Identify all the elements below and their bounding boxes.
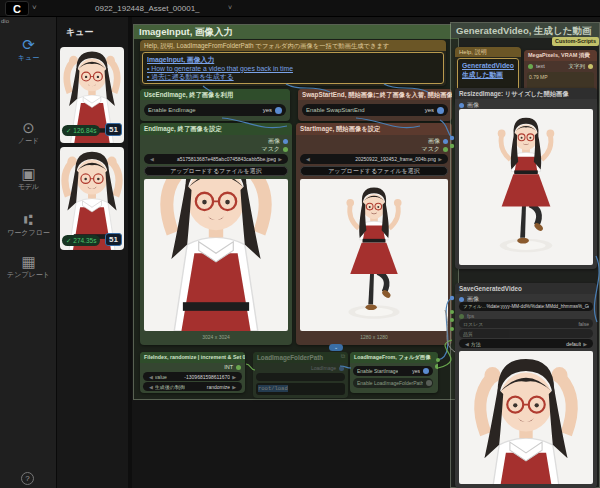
node-header[interactable]: UseEndImage, 終了画像を利用 bbox=[140, 89, 290, 100]
app-logo[interactable]: C bbox=[5, 1, 29, 16]
sidebar-item-models[interactable]: ▣ モデル bbox=[0, 166, 57, 191]
open-external-icon[interactable]: ⧉ bbox=[341, 353, 345, 360]
sidebar-item-queue[interactable]: ⟳ キュー bbox=[0, 37, 57, 62]
next-arrow-icon[interactable]: ▶ bbox=[276, 156, 284, 162]
node-load-image-from[interactable]: LoadImageFrom, フォルダ画像 Enable StartImage … bbox=[350, 352, 438, 393]
prev-arrow-icon[interactable]: ◀ bbox=[148, 156, 156, 162]
node-use-end-image[interactable]: UseEndImage, 終了画像を利用 Enable EndImage yes bbox=[140, 89, 290, 121]
node-header[interactable]: Help, 説明, LoadImageFromFolderPath でフォルダ内… bbox=[140, 40, 446, 51]
output-dot-icon[interactable] bbox=[339, 366, 344, 371]
boolean-toggle[interactable]: Enable LoadImageFolderPath no bbox=[353, 378, 433, 388]
input-dot-icon[interactable] bbox=[528, 64, 533, 69]
image-dimensions-caption: 3024 x 3024 bbox=[140, 334, 292, 340]
image-file-combo[interactable]: ◀ 20250922_192452_frame_004b.png ▶ bbox=[300, 154, 448, 164]
node-header[interactable]: SaveGeneratedVideo bbox=[455, 283, 597, 294]
output-dot-icon[interactable] bbox=[283, 139, 288, 144]
generated-video-preview[interactable] bbox=[459, 351, 593, 484]
workflow-tab-caret-icon[interactable]: ˅ bbox=[228, 4, 232, 11]
node-header[interactable]: LoadImageFolderPath bbox=[253, 352, 348, 363]
next-arrow-icon[interactable]: ▶ bbox=[230, 384, 238, 390]
toggle-knob[interactable] bbox=[437, 107, 444, 114]
node-resized-image[interactable]: ResizedImage: リサイズした開始画像 画像 bbox=[455, 88, 597, 269]
node-header[interactable]: SwapStartEnd, 開始画像に終了画像を入替, 開始画像のみ可 bbox=[298, 89, 452, 100]
end-image-preview[interactable] bbox=[144, 179, 288, 331]
node-file-index[interactable]: FileIndex, randomize | increment & Set 0… bbox=[140, 352, 245, 393]
prev-arrow-icon[interactable]: ◀ bbox=[463, 341, 471, 347]
node-start-image[interactable]: StartImage, 開始画像を設定 画像 マスク ◀ 20250922_19… bbox=[296, 123, 452, 345]
upload-file-button[interactable]: アップロードするファイルを選択 bbox=[300, 166, 448, 176]
node-header[interactable]: FileIndex, randomize | increment & Set 0 bbox=[140, 352, 245, 363]
node-header[interactable]: StartImage, 開始画像を設定 bbox=[296, 123, 452, 135]
value-widget[interactable]: ◀ value -1309681598611670 ▶ bbox=[143, 372, 242, 381]
quality-widget[interactable]: 品質 bbox=[459, 329, 593, 338]
group-title[interactable]: GeneratedVideo, 生成した動画 bbox=[451, 23, 599, 38]
note-link[interactable]: ImageInput, 画像入力 bbox=[147, 56, 439, 65]
upload-file-button[interactable]: アップロードするファイルを選択 bbox=[144, 166, 288, 176]
prev-arrow-icon[interactable]: ◀ bbox=[304, 156, 312, 162]
boolean-toggle[interactable]: Enable StartImage yes bbox=[353, 366, 433, 376]
queue-panel-title: キュー bbox=[66, 26, 93, 39]
input-slot-text[interactable]: text bbox=[528, 63, 545, 69]
input-dot-icon[interactable] bbox=[459, 314, 464, 319]
next-arrow-icon[interactable]: ▶ bbox=[436, 156, 444, 162]
node-end-image[interactable]: EndImage, 終了画像を設定 画像 マスク ◀ a5175813687e4… bbox=[140, 123, 292, 345]
note-link[interactable]: • How to generate a video that goes back… bbox=[147, 65, 439, 74]
output-slot-mask[interactable]: マスク bbox=[422, 145, 448, 154]
output-slot-loadimage[interactable]: LoadImage bbox=[311, 365, 344, 371]
output-dot-icon[interactable] bbox=[459, 103, 464, 108]
sidebar-item-nodes[interactable]: ⊙ ノード bbox=[0, 120, 57, 145]
help-icon[interactable]: ? bbox=[21, 472, 34, 485]
sidebar-item-workflows[interactable]: ⑆ ワークフロー bbox=[0, 212, 57, 237]
node-swap-start-end[interactable]: SwapStartEnd, 開始画像に終了画像を入替, 開始画像のみ可 Enab… bbox=[298, 89, 452, 121]
note-link[interactable]: • 過去に遡る動画を生成する bbox=[147, 73, 439, 82]
node-help-note[interactable]: Help, 説明, LoadImageFromFolderPath でフォルダ内… bbox=[140, 40, 446, 86]
filename-prefix-widget[interactable]: ファイル… %date:yyyy-MM-dd%/%date:MMdd_hhmms… bbox=[459, 302, 593, 311]
boolean-toggle[interactable]: Enable EndImage yes bbox=[144, 104, 286, 116]
boolean-toggle[interactable]: Enable SwapStartEnd yes bbox=[302, 104, 448, 116]
node-header[interactable]: EndImage, 終了画像を設定 bbox=[140, 123, 292, 135]
output-dot-icon[interactable] bbox=[283, 147, 288, 152]
wire-midpoint-button[interactable]: ⌄ bbox=[329, 344, 343, 351]
start-image-preview[interactable] bbox=[300, 179, 448, 331]
output-slot-mask[interactable]: マスク bbox=[262, 145, 288, 154]
panel-resizer-handle[interactable] bbox=[128, 17, 132, 488]
batch-count-badge: 51 bbox=[105, 123, 122, 136]
group-title[interactable]: ImageInput, 画像入力 bbox=[134, 25, 458, 39]
clipped-edge-text: dio bbox=[1, 18, 9, 24]
resized-image-preview[interactable] bbox=[459, 109, 593, 265]
output-dot-icon[interactable] bbox=[443, 147, 448, 152]
lossless-widget[interactable]: ロスレス false bbox=[459, 319, 593, 328]
sidebar-item-templates[interactable]: ▦ テンプレート bbox=[0, 254, 57, 279]
batch-count-badge: 51 bbox=[105, 233, 122, 246]
control-after-generate-widget[interactable]: ◀ 生成後の制御 randomize ▶ bbox=[143, 382, 242, 391]
models-icon: ▣ bbox=[0, 166, 57, 182]
toggle-knob[interactable] bbox=[426, 380, 432, 386]
node-header[interactable]: ResizedImage: リサイズした開始画像 bbox=[455, 88, 597, 99]
toggle-knob[interactable] bbox=[275, 107, 282, 114]
path-textarea[interactable]: root/load bbox=[256, 383, 345, 395]
toggle-knob[interactable] bbox=[423, 368, 429, 374]
method-widget[interactable]: ◀ 方法 default ▶ bbox=[459, 339, 593, 348]
node-header[interactable]: Help, 説明 bbox=[455, 47, 521, 57]
output-dot-icon[interactable] bbox=[588, 64, 593, 69]
prev-arrow-icon[interactable]: ◀ bbox=[147, 384, 155, 390]
next-arrow-icon[interactable]: ▶ bbox=[581, 341, 589, 347]
node-header[interactable]: LoadImageFrom, フォルダ画像 bbox=[350, 352, 438, 363]
folder-path-field[interactable] bbox=[256, 373, 345, 381]
output-dot-icon[interactable] bbox=[236, 365, 241, 370]
output-dot-icon[interactable] bbox=[435, 364, 438, 369]
queue-panel: キュー ✓ 126.84s 51 ✓ 274.35s 51 bbox=[57, 17, 128, 488]
image-file-combo[interactable]: ◀ a5175813687e485abc0745843cabb5be.jpeg … bbox=[144, 154, 288, 164]
workflow-tab-title[interactable]: 0922_192448_Asset_00001_ bbox=[95, 4, 200, 13]
note-link[interactable]: 生成した動画 bbox=[462, 71, 514, 80]
output-slot-string[interactable]: 文字列 bbox=[569, 63, 594, 70]
output-slot-int[interactable]: INT bbox=[224, 364, 241, 370]
note-link[interactable]: GeneratedVideo, bbox=[462, 62, 514, 71]
logo-menu-caret-icon[interactable]: ˅ bbox=[32, 3, 37, 12]
node-load-image-folder-path[interactable]: LoadImageFolderPath ⧉ LoadImage root/loa… bbox=[253, 352, 348, 398]
next-arrow-icon[interactable]: ▶ bbox=[230, 374, 238, 380]
node-header[interactable]: MegaPixels, VRAM 消費 bbox=[524, 50, 597, 61]
node-save-generated-video[interactable]: SaveGeneratedVideo 画像 ファイル… %date:yyyy-M… bbox=[455, 283, 597, 488]
prev-arrow-icon[interactable]: ◀ bbox=[147, 374, 155, 380]
output-dot-icon[interactable] bbox=[443, 139, 448, 144]
